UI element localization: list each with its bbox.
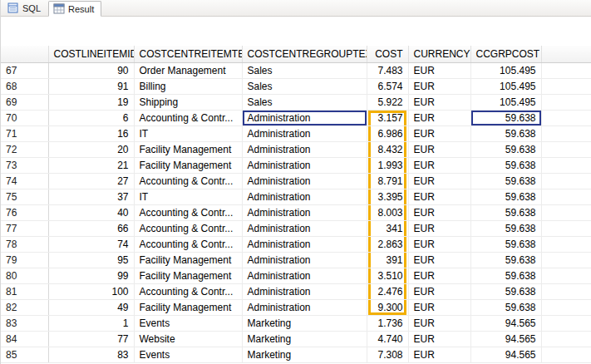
- cell-currency[interactable]: EUR: [408, 62, 470, 78]
- row-number-cell[interactable]: 74: [1, 173, 48, 189]
- cell-costcentregrouptext[interactable]: Administration: [242, 110, 367, 125]
- cell-cost[interactable]: 7.483: [367, 62, 408, 78]
- cell-cost[interactable]: 8.432: [367, 141, 408, 157]
- cell-ccgrpcost[interactable]: 59.638: [470, 173, 541, 189]
- cell-currency[interactable]: EUR: [408, 268, 470, 283]
- row-number-cell[interactable]: 69: [1, 94, 48, 110]
- cell-cost[interactable]: 8.791: [367, 173, 408, 189]
- table-row[interactable]: 8099Facility ManagementAdministration3.5…: [1, 268, 591, 283]
- cell-cost[interactable]: 1.993: [367, 157, 408, 173]
- cell-ccgrpcost[interactable]: 59.638: [470, 252, 541, 268]
- cell-costcentreitemtext[interactable]: Accounting & Contr...: [134, 236, 242, 252]
- row-number-cell[interactable]: 81: [1, 283, 48, 299]
- cell-costcentreitemtext[interactable]: Facility Management: [134, 252, 242, 268]
- cell-costcentregrouptext[interactable]: Sales: [242, 94, 367, 110]
- cell-costcentreitemtext[interactable]: Accounting & Contr...: [134, 110, 242, 125]
- cell-costcentregrouptext[interactable]: Marketing: [242, 347, 367, 362]
- cell-costlineitemid[interactable]: 66: [48, 220, 134, 236]
- cell-costlineitemid[interactable]: 49: [48, 299, 134, 315]
- cell-costlineitemid[interactable]: 20: [48, 141, 134, 157]
- cell-costcentregrouptext[interactable]: Marketing: [242, 331, 367, 347]
- cell-ccgrpcost[interactable]: 59.638: [470, 110, 541, 125]
- table-row[interactable]: 7537ITAdministration3.395EUR59.638: [1, 189, 591, 204]
- cell-ccgrpcost[interactable]: 59.638: [470, 125, 541, 141]
- cell-cost[interactable]: 8.003: [367, 204, 408, 220]
- cell-costcentreitemtext[interactable]: Accounting & Contr...: [134, 220, 242, 236]
- cell-currency[interactable]: EUR: [408, 283, 470, 299]
- cell-costcentreitemtext[interactable]: Accounting & Contr...: [134, 204, 242, 220]
- cell-costcentreitemtext[interactable]: Shipping: [134, 94, 242, 110]
- cell-costcentregrouptext[interactable]: Sales: [242, 62, 367, 78]
- cell-cost[interactable]: 3.157: [367, 110, 408, 125]
- cell-costcentreitemtext[interactable]: Order Management: [134, 62, 242, 78]
- cell-currency[interactable]: EUR: [408, 189, 470, 204]
- row-number-cell[interactable]: 84: [1, 331, 48, 347]
- cell-costcentregrouptext[interactable]: Administration: [242, 157, 367, 173]
- cell-costlineitemid[interactable]: 27: [48, 173, 134, 189]
- cell-costcentreitemtext[interactable]: Facility Management: [134, 268, 242, 283]
- cell-costlineitemid[interactable]: 100: [48, 283, 134, 299]
- cell-ccgrpcost[interactable]: 59.638: [470, 204, 541, 220]
- cell-costcentreitemtext[interactable]: Website: [134, 331, 242, 347]
- cell-costcentreitemtext[interactable]: Accounting & Contr...: [134, 173, 242, 189]
- cell-costcentreitemtext[interactable]: Facility Management: [134, 157, 242, 173]
- cell-costlineitemid[interactable]: 40: [48, 204, 134, 220]
- cell-ccgrpcost[interactable]: 59.638: [470, 220, 541, 236]
- table-row[interactable]: 7995Facility ManagementAdministration391…: [1, 252, 591, 268]
- cell-costcentregrouptext[interactable]: Administration: [242, 268, 367, 283]
- cell-costlineitemid[interactable]: 6: [48, 110, 134, 125]
- cell-cost[interactable]: 2.476: [367, 283, 408, 299]
- cell-currency[interactable]: EUR: [408, 331, 470, 347]
- cell-currency[interactable]: EUR: [408, 157, 470, 173]
- tab-sql[interactable]: SQL: [2, 0, 48, 16]
- row-number-header[interactable]: [1, 46, 48, 62]
- cell-ccgrpcost[interactable]: 59.638: [470, 189, 541, 204]
- cell-currency[interactable]: EUR: [408, 78, 470, 94]
- cell-cost[interactable]: 9.300: [367, 299, 408, 315]
- cell-currency[interactable]: EUR: [408, 252, 470, 268]
- cell-cost[interactable]: 5.922: [367, 94, 408, 110]
- row-number-cell[interactable]: 75: [1, 189, 48, 204]
- cell-currency[interactable]: EUR: [408, 220, 470, 236]
- table-row[interactable]: 7640Accounting & Contr...Administration8…: [1, 204, 591, 220]
- cell-ccgrpcost[interactable]: 59.638: [470, 141, 541, 157]
- table-row[interactable]: 6790Order ManagementSales7.483EUR105.495: [1, 62, 591, 78]
- cell-cost[interactable]: 3.510: [367, 268, 408, 283]
- cell-costcentregrouptext[interactable]: Marketing: [242, 315, 367, 331]
- cell-cost[interactable]: 391: [367, 252, 408, 268]
- row-number-cell[interactable]: 80: [1, 268, 48, 283]
- column-header-ccgrpcost[interactable]: CCGRPCOST: [470, 46, 541, 62]
- cell-costcentregrouptext[interactable]: Administration: [242, 236, 367, 252]
- cell-costcentreitemtext[interactable]: Billing: [134, 78, 242, 94]
- row-number-cell[interactable]: 71: [1, 125, 48, 141]
- cell-costcentreitemtext[interactable]: Facility Management: [134, 299, 242, 315]
- cell-costlineitemid[interactable]: 19: [48, 94, 134, 110]
- cell-currency[interactable]: EUR: [408, 110, 470, 125]
- row-number-cell[interactable]: 70: [1, 110, 48, 125]
- table-row[interactable]: 8477WebsiteMarketing4.740EUR94.565: [1, 331, 591, 347]
- cell-costlineitemid[interactable]: 1: [48, 315, 134, 331]
- table-row[interactable]: 81100Accounting & Contr...Administration…: [1, 283, 591, 299]
- cell-ccgrpcost[interactable]: 94.565: [470, 331, 541, 347]
- cell-ccgrpcost[interactable]: 105.495: [470, 94, 541, 110]
- cell-ccgrpcost[interactable]: 59.638: [470, 157, 541, 173]
- cell-costlineitemid[interactable]: 90: [48, 62, 134, 78]
- cell-costcentreitemtext[interactable]: Events: [134, 315, 242, 331]
- row-number-cell[interactable]: 72: [1, 141, 48, 157]
- cell-costcentregrouptext[interactable]: Administration: [242, 204, 367, 220]
- cell-costcentregrouptext[interactable]: Administration: [242, 299, 367, 315]
- cell-currency[interactable]: EUR: [408, 204, 470, 220]
- table-row[interactable]: 8249Facility ManagementAdministration9.3…: [1, 299, 591, 315]
- row-number-cell[interactable]: 77: [1, 220, 48, 236]
- cell-costcentregrouptext[interactable]: Administration: [242, 252, 367, 268]
- cell-currency[interactable]: EUR: [408, 94, 470, 110]
- row-number-cell[interactable]: 73: [1, 157, 48, 173]
- cell-costcentreitemtext[interactable]: Accounting & Contr...: [134, 283, 242, 299]
- row-number-cell[interactable]: 68: [1, 78, 48, 94]
- cell-cost[interactable]: 341: [367, 220, 408, 236]
- cell-cost[interactable]: 4.740: [367, 331, 408, 347]
- column-header-costlineitemid[interactable]: COSTLINEITEMID: [48, 46, 134, 62]
- column-header-costcentreitemtext[interactable]: COSTCENTREITEMTEXT: [134, 46, 242, 62]
- row-number-cell[interactable]: 78: [1, 236, 48, 252]
- table-row[interactable]: 7116ITAdministration6.986EUR59.638: [1, 125, 591, 141]
